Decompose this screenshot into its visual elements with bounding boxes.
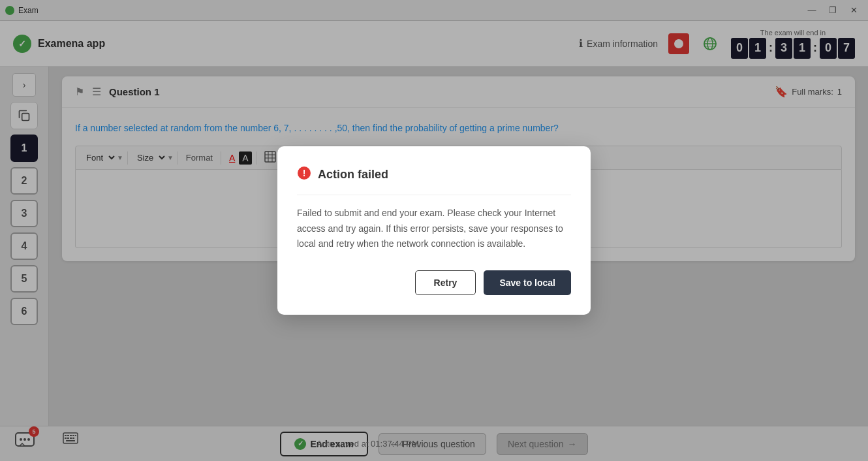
retry-button[interactable]: Retry <box>415 270 476 295</box>
modal-actions: Retry Save to local <box>297 270 571 295</box>
modal-overlay: ! Action failed Failed to submit and end… <box>0 0 868 461</box>
action-failed-modal: ! Action failed Failed to submit and end… <box>277 146 591 315</box>
modal-header: ! Action failed <box>297 166 571 195</box>
modal-body: Failed to submit and end your exam. Plea… <box>297 206 571 252</box>
modal-title: Action failed <box>318 168 388 182</box>
svg-text:!: ! <box>303 168 306 178</box>
save-to-local-button[interactable]: Save to local <box>484 270 571 295</box>
error-circle-icon: ! <box>297 166 311 184</box>
